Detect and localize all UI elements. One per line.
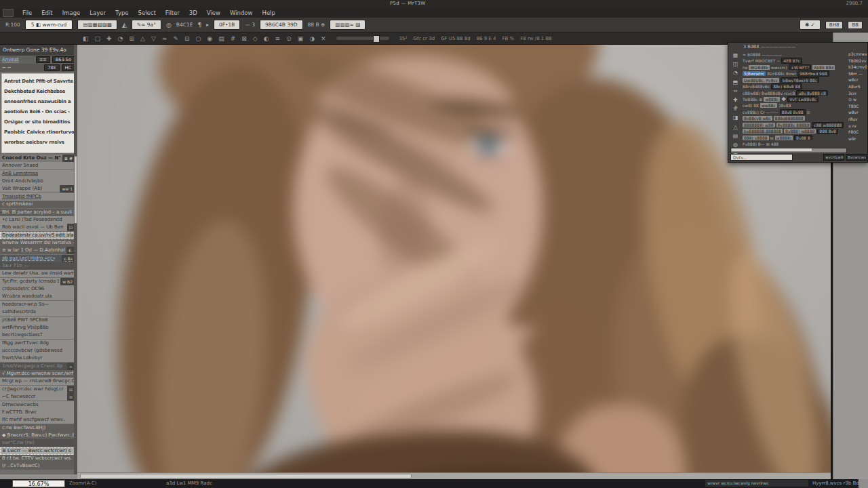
panel-header-button-1[interactable]: B63-5o xyxy=(52,56,75,63)
panel-icon-7[interactable]: ◨ xyxy=(733,115,738,121)
document-canvas[interactable] xyxy=(77,45,831,472)
panel-row[interactable]: Cnaced Krte Ouz — N° 15≡ # xyxy=(0,155,77,162)
strip-icon-11[interactable]: ◉ xyxy=(207,33,212,45)
fp-side-item[interactable]: F80C xyxy=(848,129,867,134)
floating-panel-tabs[interactable]: 3 BdB8 ———————— xyxy=(743,44,795,49)
panel-row[interactable]: 3a-r 71h — xyxy=(0,262,77,270)
fp-cell[interactable]: 8v8888c 88888 xyxy=(776,123,811,127)
strip-icon-12[interactable]: ▤ xyxy=(218,33,224,45)
fp-cell[interactable]: BtD8d8b xyxy=(749,65,769,70)
panel-row[interactable]: √ Mgvrr.dcc-wrwcnw scwr./wrf Wwcrtc xyxy=(0,370,77,378)
panel-row[interactable]: hoedsracr-wr.p Ss— xyxy=(0,301,77,308)
strip-icon-1[interactable]: □ xyxy=(95,33,101,45)
fp-cell[interactable]: 888d8888888 xyxy=(774,116,805,121)
strip-icon-20[interactable]: ◑ xyxy=(309,33,315,45)
floating-panel-row[interactable]: rwBtD8d8bwwscrc)+W BFT?Ab89 88d xyxy=(743,64,846,70)
options-light-4[interactable]: ✎≈ 9a° xyxy=(132,20,161,30)
strip-icon-14[interactable]: ⊠ xyxy=(241,33,247,45)
fp-side-item[interactable]: b34cmv0 xyxy=(848,64,867,69)
fp-cell[interactable]: c88 w888888 xyxy=(812,122,844,127)
floating-panel-row[interactable]: B8rv8d88vBc88c) B8v8 88 xyxy=(743,83,846,89)
panel-row[interactable]: AnB Lemotrosa xyxy=(0,170,77,178)
panel-row[interactable]: Droit Andchdejbb xyxy=(0,178,77,185)
menu-item-type[interactable]: Type xyxy=(111,8,134,18)
fp-cell[interactable]: Ab89 88d xyxy=(812,65,835,70)
floating-panel-hscrollbar[interactable] xyxy=(730,148,847,153)
fp-cell[interactable]: 8888888) w88 xyxy=(743,123,775,127)
strip-icon-18[interactable]: ⊙ xyxy=(286,33,292,45)
fp-side-item[interactable]: p3cmrwv xyxy=(848,52,867,56)
floating-panel-row[interactable]: Fv888)8—⊠488 xyxy=(743,142,846,147)
strip-icon-6[interactable]: ▽ xyxy=(151,33,156,45)
options-white-1[interactable]: 5 ◧ wwm-cud xyxy=(25,20,73,30)
panel-row[interactable]: •c Larsl (Tad Peseedendd xyxy=(0,216,77,224)
fp-cell[interactable]: u8v.8v888 c8 xyxy=(796,90,827,96)
fp-side-item[interactable]: ⌂ rv xyxy=(848,123,867,128)
fp-side-item[interactable]: 5Brr — xyxy=(848,71,867,76)
panel-row[interactable]: Rob wacil asval — Ub Ben⊡ xyxy=(0,224,77,231)
floating-panel-input[interactable]: Dvtv... xyxy=(730,154,793,161)
options-light-9[interactable]: 0F•1B xyxy=(214,20,240,30)
panel-icon-6[interactable]: # xyxy=(733,106,738,113)
floating-panel-row[interactable]: ≈ B0888————— xyxy=(743,52,846,57)
menu-item-filter[interactable]: Filter xyxy=(161,8,184,18)
strip-icon-15[interactable]: ◇ xyxy=(253,33,258,45)
floating-panel[interactable]: 3 BdB8 ———————— ▦◫◔⬒≈✚#◨△▤◍⊞ ≈ B0888————… xyxy=(728,42,868,163)
floating-panel-row[interactable]: 5|Bwrwtrc8DrB88c Bvwr9B8rBwd 9B8 xyxy=(743,70,846,76)
options-icon-5[interactable]: ◎ xyxy=(166,22,172,28)
menu-item-layer[interactable]: Layer xyxy=(85,8,111,18)
strip-icon-10[interactable]: ○ xyxy=(195,33,201,45)
floating-panel-row[interactable]: TvwrfMBOCBET −4E8 B7c xyxy=(743,58,846,63)
strip-icon-16[interactable]: ◐ xyxy=(264,33,269,45)
panel-link[interactable]: Anveat xyxy=(2,57,19,62)
fp-cell[interactable]: 8v888) w8888 xyxy=(784,129,816,134)
fp-cell[interactable]: w8888) xyxy=(775,136,793,140)
panel-row[interactable]: frwrt/Vw.Ldkvbyr xyxy=(0,354,77,362)
panel-row[interactable]: Ifc rrwhf wscfgwwcf wrwv.. xyxy=(0,416,77,424)
fp-cell[interactable]: w888c xyxy=(764,97,780,102)
menu-item-image[interactable]: Image xyxy=(58,8,85,18)
fp-side-item[interactable]: r8uv xyxy=(848,117,867,121)
panel-icon-9[interactable]: ▤ xyxy=(733,133,738,140)
fp-cell[interactable]: ww88c xyxy=(760,103,777,108)
options-light-13[interactable]: ▥▥▥≈ ▨ xyxy=(330,20,366,30)
fp-cell[interactable]: Dw88U8c. Pv8cc xyxy=(743,78,779,83)
fp-cell[interactable]: 4E8 B7c xyxy=(781,58,802,63)
panel-row[interactable]: Mcgr.wp — rrsLwrwB Brwcgc.Cu xyxy=(0,378,77,385)
fp-side-item[interactable]: TB0B2vv xyxy=(848,58,867,63)
panel-row[interactable]: F.wCTTG. Brwc xyxy=(0,409,77,416)
fp-cell[interactable]: b8wvT8wcr9 88c xyxy=(781,77,819,83)
fp-cell[interactable]: +W BFT? xyxy=(789,64,811,70)
menu-item-3d[interactable]: 3D xyxy=(184,8,202,18)
floating-panel-row[interactable]: 8v88cv8 w8c888d8888888 xyxy=(743,116,846,121)
fp-side-item[interactable]: w9r xyxy=(848,136,867,141)
panel-icon-3[interactable]: ⬒ xyxy=(733,79,738,86)
fp-cell[interactable]: 888) v8888 xyxy=(743,136,769,140)
panel-row[interactable]: (r ..CvTvBswcC) xyxy=(0,462,77,470)
fp-cell[interactable]: 88c) B8v8 88 xyxy=(771,83,802,89)
panel-sub-chip-0[interactable]: 78E xyxy=(44,64,59,71)
options-light-2[interactable]: ▤▥▦▧▨▩ xyxy=(77,20,117,30)
fp-cell[interactable]: 9B8rBwd 9B8 xyxy=(797,70,829,76)
panel-icon-4[interactable]: ≈ xyxy=(733,88,738,95)
menu-item-view[interactable]: View xyxy=(202,8,225,18)
floating-panel-row[interactable]: 888) v8888⊞w8888)8v88 8 xyxy=(743,135,846,140)
fp-side-item[interactable]: 3crr xyxy=(848,91,867,96)
panel-row[interactable]: Annover Snaed xyxy=(0,162,77,169)
strip-icon-17[interactable]: ≡ xyxy=(275,33,281,45)
menu-item-edit[interactable]: Edit xyxy=(37,8,57,18)
panel-row[interactable]: Vait Wrappe (Ab)ww·1 xyxy=(0,185,77,192)
strip-icon-9[interactable]: ⊟ xyxy=(184,33,190,45)
strip-icon-2[interactable]: ✚ xyxy=(106,33,112,45)
panel-row[interactable]: Troaisotid fMPCb xyxy=(0,193,77,201)
panel-row[interactable]: wrtRrhrvg Vts)p88o xyxy=(0,324,77,331)
panel-icon-0[interactable]: ▦ xyxy=(733,52,738,59)
floating-panel-row[interactable]: cv888c)Cr———88v8 8v88⊙ xyxy=(743,109,846,115)
panel-row[interactable]: becrtcwgscbassT xyxy=(0,331,77,339)
panel-icon-2[interactable]: ◔ xyxy=(733,70,738,77)
options-light-15[interactable]: ✱ ✓ xyxy=(800,20,821,30)
options-light-11[interactable]: 9B6C4B 39D xyxy=(260,20,303,30)
panel-row-chip[interactable]: ≡ # xyxy=(62,155,75,162)
floating-panel-row[interactable]: 8888888) w888v8888c 88888c88 w888888 xyxy=(743,122,846,127)
fp-cell[interactable]: VvT Lw88v8c xyxy=(787,96,818,102)
